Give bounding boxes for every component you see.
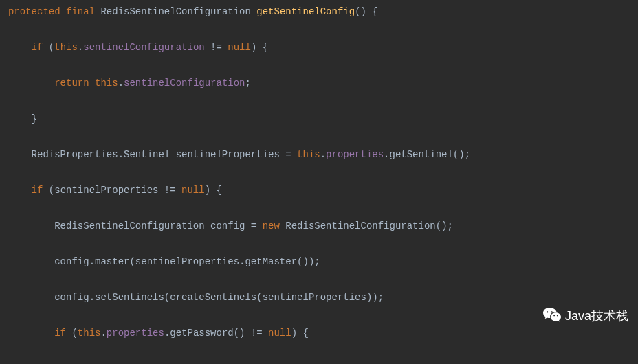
code-line: config.setPassword(RedisPassword.of(this…	[0, 360, 638, 364]
code-line: }	[0, 110, 638, 128]
method-name: getSentinelConfig	[256, 6, 355, 17]
code-line: return this.sentinelConfiguration;	[0, 74, 638, 92]
watermark: Java技术栈	[543, 308, 628, 324]
code-line: RedisProperties.Sentinel sentinelPropert…	[0, 146, 638, 163]
code-line: config.setSentinels(createSentinels(sent…	[0, 288, 638, 306]
wechat-icon	[543, 308, 561, 324]
watermark-text: Java技术栈	[565, 310, 628, 322]
code-line: protected final RedisSentinelConfigurati…	[0, 3, 638, 21]
code-line: if (this.properties.getPassword() != nul…	[0, 324, 638, 342]
code-line: if (sentinelProperties != null) {	[0, 181, 638, 199]
code-line: RedisSentinelConfiguration config = new …	[0, 217, 638, 235]
code-block: protected final RedisSentinelConfigurati…	[0, 0, 638, 364]
code-line: config.master(sentinelProperties.getMast…	[0, 253, 638, 271]
code-line: if (this.sentinelConfiguration != null) …	[0, 38, 638, 56]
